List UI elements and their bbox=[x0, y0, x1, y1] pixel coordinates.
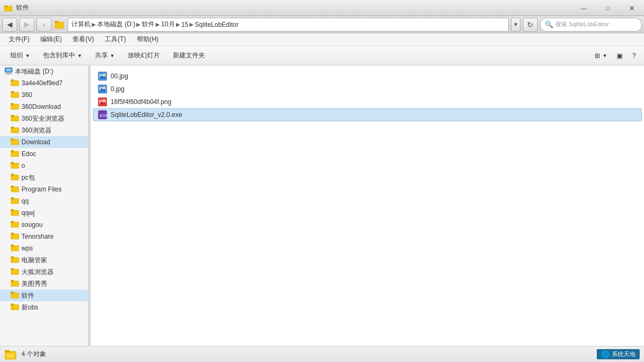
help-button[interactable]: ? bbox=[628, 48, 640, 64]
organize-button[interactable]: 组织 ▼ bbox=[4, 48, 36, 64]
search-placeholder: 搜索 SqliteLobEditor bbox=[555, 20, 609, 28]
folder-icon bbox=[11, 173, 19, 182]
search-box[interactable]: 🔍 搜索 SqliteLobEditor bbox=[540, 18, 642, 32]
sidebar-item-20[interactable]: 新obs bbox=[0, 301, 88, 313]
svg-rect-14 bbox=[11, 103, 14, 105]
sidebar-item-8[interactable]: o bbox=[0, 160, 88, 172]
sidebar-label: Download bbox=[21, 138, 50, 146]
sidebar-item-1[interactable]: 3a4e40ef9ed7 bbox=[0, 77, 88, 89]
sidebar-item-10[interactable]: Program Files bbox=[0, 183, 88, 195]
folder-icon bbox=[11, 209, 19, 218]
sidebar-item-11[interactable]: qq bbox=[0, 195, 88, 207]
svg-rect-32 bbox=[11, 209, 14, 211]
sidebar-label: o bbox=[21, 162, 25, 169]
sidebar-item-18[interactable]: 美图秀秀 bbox=[0, 278, 88, 290]
menu-view[interactable]: 查看(V) bbox=[68, 34, 98, 45]
svg-point-56 bbox=[103, 86, 105, 88]
file-item-1[interactable]: 0.jpg bbox=[93, 83, 642, 95]
minimize-button[interactable]: — bbox=[572, 0, 596, 16]
svg-rect-2 bbox=[4, 5, 8, 7]
back-button[interactable]: ◀ bbox=[2, 18, 17, 32]
path-software: 软件 bbox=[142, 20, 155, 29]
address-path[interactable]: 计算机 ▶ 本地磁盘 (D:) ▶ 软件 ▶ 10月 ▶ 15 ▶ Sqlite… bbox=[68, 18, 509, 32]
status-folder-icon bbox=[4, 349, 17, 360]
view-mode-icon: ⊞ bbox=[595, 52, 600, 60]
svg-text:EXE: EXE bbox=[100, 113, 107, 118]
svg-rect-6 bbox=[6, 69, 11, 71]
search-icon: 🔍 bbox=[545, 20, 553, 28]
share-button[interactable]: 共享 ▼ bbox=[89, 48, 121, 64]
file-item-2[interactable]: 16f5f4f60df4b04f.png bbox=[93, 95, 642, 108]
sidebar-item-5[interactable]: 360浏览器 bbox=[0, 124, 88, 136]
sidebar-label: 本地磁盘 (D:) bbox=[15, 67, 53, 76]
folder-icon bbox=[11, 256, 19, 265]
svg-rect-26 bbox=[11, 174, 14, 176]
sidebar-item-16[interactable]: 电脑管家 bbox=[0, 254, 88, 266]
sidebar-item-19[interactable]: 软件 bbox=[0, 290, 88, 301]
folder-icon bbox=[11, 102, 19, 112]
maximize-button[interactable]: □ bbox=[596, 0, 620, 16]
folder-icon bbox=[11, 303, 19, 312]
sidebar-item-14[interactable]: Tenorshare bbox=[0, 231, 88, 242]
menu-file[interactable]: 文件(F) bbox=[4, 34, 34, 45]
svg-rect-16 bbox=[11, 115, 14, 117]
path-dir: SqliteLobEditor bbox=[195, 21, 238, 28]
close-button[interactable]: ✕ bbox=[620, 0, 644, 16]
status-right: 🌐 系统天地 bbox=[597, 349, 640, 359]
file-icon-jpg bbox=[98, 84, 107, 94]
svg-rect-38 bbox=[11, 245, 14, 247]
sidebar-label: 360Download bbox=[21, 103, 61, 110]
sidebar-item-15[interactable]: wps bbox=[0, 242, 88, 254]
view-mode-dropdown-icon: ▼ bbox=[602, 53, 607, 58]
sidebar-item-13[interactable]: sougou bbox=[0, 219, 88, 231]
menu-edit[interactable]: 编辑(E) bbox=[36, 34, 66, 45]
sidebar-item-0[interactable]: 本地磁盘 (D:) bbox=[0, 65, 88, 77]
sidebar-item-2[interactable]: 360 bbox=[0, 89, 88, 101]
svg-rect-10 bbox=[11, 79, 14, 82]
sidebar-item-6[interactable]: Download bbox=[0, 136, 88, 148]
svg-rect-18 bbox=[11, 127, 14, 129]
folder-icon bbox=[11, 232, 19, 241]
svg-rect-8 bbox=[5, 73, 12, 75]
svg-rect-28 bbox=[11, 186, 14, 188]
file-item-3[interactable]: EXE SqliteLobEditor_v2.0.exe bbox=[93, 108, 642, 121]
refresh-button[interactable]: ↻ bbox=[523, 18, 538, 32]
sidebar-item-7[interactable]: Edoc bbox=[0, 148, 88, 160]
sidebar-item-12[interactable]: qqwj bbox=[0, 207, 88, 219]
sidebar-item-3[interactable]: 360Download bbox=[0, 101, 88, 113]
address-dropdown-button[interactable]: ▼ bbox=[511, 18, 521, 32]
sidebar-label: pc包 bbox=[21, 173, 35, 182]
file-item-0[interactable]: 00.jpg bbox=[93, 70, 642, 83]
forward-button[interactable]: ▶ bbox=[19, 18, 34, 32]
svg-rect-24 bbox=[11, 162, 14, 164]
path-month: 10月 bbox=[161, 20, 174, 29]
svg-rect-42 bbox=[11, 268, 14, 270]
folder-icon bbox=[11, 150, 19, 159]
view-mode-button[interactable]: ⊞ ▼ bbox=[591, 48, 611, 64]
include-library-button[interactable]: 包含到库中 ▼ bbox=[37, 48, 88, 64]
slideshow-button[interactable]: 放映幻灯片 bbox=[122, 48, 166, 64]
folder-icon bbox=[11, 279, 19, 289]
sidebar-item-17[interactable]: 火狐浏览器 bbox=[0, 266, 88, 278]
sidebar-item-9[interactable]: pc包 bbox=[0, 172, 88, 183]
folder-icon bbox=[11, 91, 19, 100]
new-folder-button[interactable]: 新建文件夹 bbox=[167, 48, 211, 64]
address-bar: ◀ ▶ ↑ 计算机 ▶ 本地磁盘 (D:) ▶ 软件 ▶ 10月 ▶ 15 ▶ … bbox=[0, 16, 644, 33]
pane-button[interactable]: ▣ bbox=[613, 48, 626, 64]
folder-icon bbox=[11, 138, 19, 147]
file-name: 00.jpg bbox=[111, 72, 128, 80]
sidebar-label: Tenorshare bbox=[21, 233, 54, 240]
svg-rect-4 bbox=[55, 21, 58, 23]
svg-point-60 bbox=[103, 99, 105, 101]
sidebar-label: qqwj bbox=[21, 209, 35, 217]
up-button[interactable]: ↑ bbox=[36, 18, 52, 32]
sidebar-item-4[interactable]: 360安全浏览器 bbox=[0, 113, 88, 124]
sidebar-label: sougou bbox=[21, 221, 42, 228]
folder-icon bbox=[11, 126, 19, 135]
folder-icon bbox=[11, 79, 19, 88]
menu-tools[interactable]: 工具(T) bbox=[100, 34, 130, 45]
svg-rect-30 bbox=[11, 197, 14, 200]
sidebar-label: Program Files bbox=[21, 186, 62, 193]
menu-help[interactable]: 帮助(H) bbox=[133, 34, 163, 45]
sidebar-label: 新obs bbox=[21, 303, 38, 312]
